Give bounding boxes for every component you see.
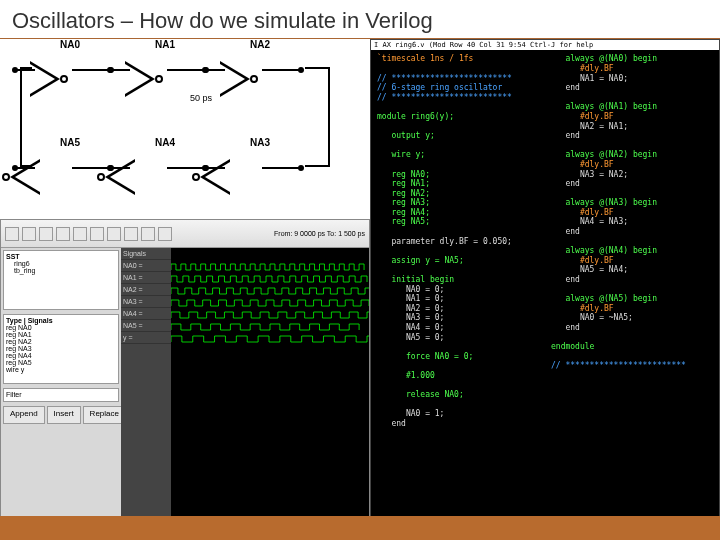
code-line: always @(NA1) begin: [551, 102, 713, 112]
gate-label: NA3: [250, 137, 270, 148]
code-line: end: [551, 83, 713, 93]
signal-row[interactable]: y =: [121, 332, 171, 344]
type-item[interactable]: reg NA5: [6, 359, 116, 366]
code-line: always @(NA3) begin: [551, 198, 713, 208]
code-line: #dly.BF: [551, 112, 713, 122]
toolbar-button[interactable]: [107, 227, 121, 241]
code-line: [377, 265, 539, 275]
signal-row[interactable]: NA3 =: [121, 296, 171, 308]
code-line: always @(NA0) begin: [551, 54, 713, 64]
code-line: force NA0 = 0;: [377, 352, 539, 362]
waveform-trace: [171, 310, 369, 320]
code-line: #dly.BF: [551, 160, 713, 170]
code-line: end: [551, 131, 713, 141]
code-line: reg NA1;: [377, 179, 539, 189]
waveform-trace: [171, 274, 369, 284]
code-line: // *************************: [377, 74, 539, 84]
toolbar-button[interactable]: [56, 227, 70, 241]
type-item[interactable]: reg NA2: [6, 338, 116, 345]
code-line: [377, 141, 539, 151]
code-line: NA5 = NA4;: [551, 265, 713, 275]
signal-row[interactable]: NA4 =: [121, 308, 171, 320]
signal-row[interactable]: NA5 =: [121, 320, 171, 332]
code-line: [551, 189, 713, 199]
code-line: always @(NA4) begin: [551, 246, 713, 256]
type-item[interactable]: reg NA1: [6, 331, 116, 338]
toolbar-button[interactable]: [124, 227, 138, 241]
toolbar-button[interactable]: [5, 227, 19, 241]
code-line: [551, 237, 713, 247]
wave-toolbar: From: 9 0000 ps To: 1 500 ps: [1, 220, 369, 248]
code-line: NA2 = NA1;: [551, 122, 713, 132]
code-line: initial begin: [377, 275, 539, 285]
waveform-trace: [171, 322, 369, 332]
tree-item[interactable]: ring6: [6, 260, 116, 267]
waveform-trace: [171, 298, 369, 308]
filter-box[interactable]: Filter: [3, 388, 119, 402]
code-line: NA5 = 0;: [377, 333, 539, 343]
slide-title: Oscillators – How do we simulate in Veri…: [0, 0, 720, 39]
code-line: // *************************: [377, 93, 539, 103]
code-editor[interactable]: I AX ring6.v (Mod Row 40 Col 31 9:54 Ctr…: [370, 39, 720, 519]
type-item[interactable]: reg NA3: [6, 345, 116, 352]
code-line: NA1 = NA0;: [551, 74, 713, 84]
code-line: module ring6(y);: [377, 112, 539, 122]
toolbar-button[interactable]: [90, 227, 104, 241]
code-line: #dly.BF: [551, 208, 713, 218]
code-line: [377, 122, 539, 132]
toolbar-button[interactable]: [158, 227, 172, 241]
gate-label: NA1: [155, 39, 175, 50]
code-line: NA0 = 1;: [377, 409, 539, 419]
code-line: reg NA5;: [377, 217, 539, 227]
type-signals[interactable]: Type | Signals reg NA0reg NA1reg NA2reg …: [3, 314, 119, 384]
toolbar-button[interactable]: [22, 227, 36, 241]
signal-row[interactable]: NA1 =: [121, 272, 171, 284]
code-line: [377, 160, 539, 170]
code-line: end: [551, 179, 713, 189]
code-line: [551, 285, 713, 295]
code-line: NA4 = NA3;: [551, 217, 713, 227]
inverter-gate: NA3: [220, 149, 315, 209]
code-line: [377, 246, 539, 256]
type-item[interactable]: reg NA0: [6, 324, 116, 331]
code-line: reg NA0;: [377, 170, 539, 180]
type-item[interactable]: reg NA4: [6, 352, 116, 359]
code-line: #dly.BF: [551, 64, 713, 74]
code-line: // 6-stage ring oscillator: [377, 83, 539, 93]
code-line: NA0 = 0;: [377, 285, 539, 295]
code-line: NA3 = 0;: [377, 313, 539, 323]
code-line: #dly.BF: [551, 304, 713, 314]
tree-item[interactable]: tb_ring: [6, 267, 116, 274]
editor-statusbar: I AX ring6.v (Mod Row 40 Col 31 9:54 Ctr…: [371, 40, 719, 50]
code-line: assign y = NA5;: [377, 256, 539, 266]
code-line: [377, 400, 539, 410]
code-line: [551, 141, 713, 151]
hierarchy-tree[interactable]: SST ring6tb_ring: [3, 250, 119, 310]
toolbar-button[interactable]: [39, 227, 53, 241]
replace-button[interactable]: Replace: [83, 406, 126, 424]
code-line: release NA0;: [377, 390, 539, 400]
circuit-diagram: NA0 NA1 NA2 NA5 N: [0, 39, 370, 219]
toolbar-button[interactable]: [141, 227, 155, 241]
code-line: #1.000: [377, 371, 539, 381]
signal-row[interactable]: NA0 =: [121, 260, 171, 272]
code-line: `timescale 1ns / 1fs: [377, 54, 539, 64]
signals-col-header: Signals: [121, 248, 171, 260]
wave-display[interactable]: SignalsNA0 =NA1 =NA2 =NA3 =NA4 =NA5 =y =: [121, 248, 369, 518]
code-line: always @(NA5) begin: [551, 294, 713, 304]
insert-button[interactable]: Insert: [47, 406, 81, 424]
code-line: reg NA2;: [377, 189, 539, 199]
code-line: reg NA4;: [377, 208, 539, 218]
signal-row[interactable]: NA2 =: [121, 284, 171, 296]
append-button[interactable]: Append: [3, 406, 45, 424]
waveform-trace: [171, 286, 369, 296]
inverter-gate: NA2: [220, 51, 315, 111]
code-line: [551, 352, 713, 362]
waveform-viewer: From: 9 0000 ps To: 1 500 ps SST ring6tb…: [0, 219, 370, 519]
time-range: From: 9 0000 ps To: 1 500 ps: [274, 230, 365, 237]
type-item[interactable]: wire y: [6, 366, 116, 373]
toolbar-button[interactable]: [73, 227, 87, 241]
code-line: NA1 = 0;: [377, 294, 539, 304]
code-line: output y;: [377, 131, 539, 141]
waveform-trace: [171, 334, 369, 344]
